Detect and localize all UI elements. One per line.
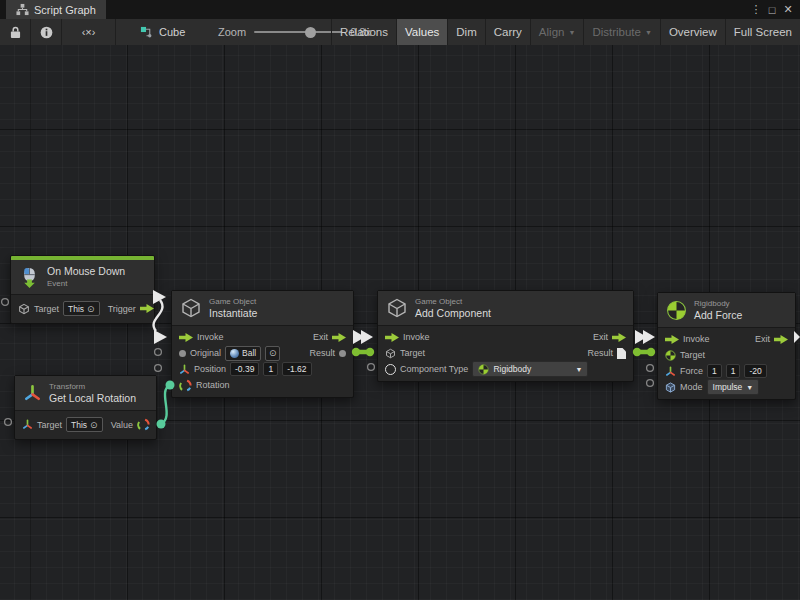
tab-bar: Script Graph ⋮ □ ✕ xyxy=(0,0,800,19)
node-title: Get Local Rotation xyxy=(49,392,136,405)
port-label-exit: Exit xyxy=(313,332,328,342)
exit-output-port[interactable] xyxy=(774,335,788,344)
port-label-result: Result xyxy=(587,348,613,358)
align-dropdown[interactable]: Align ▼ xyxy=(530,19,584,45)
port-label-target: Target xyxy=(37,420,62,430)
exit-output-port[interactable] xyxy=(332,333,346,342)
lock-button[interactable] xyxy=(0,19,31,45)
original-input-port[interactable] xyxy=(179,350,186,357)
force-vector-icon xyxy=(665,366,676,377)
node-get-local-rotation[interactable]: Transform Get Local Rotation Target This… xyxy=(14,375,157,440)
edit-code-button[interactable]: ‹×› xyxy=(62,19,116,45)
port-label-position: Position xyxy=(194,364,226,374)
maximize-icon[interactable]: □ xyxy=(764,4,780,16)
node-on-mouse-down[interactable]: On Mouse Down Event Target This ⊙ Trigge… xyxy=(10,255,155,324)
overview-button[interactable]: Overview xyxy=(660,19,725,45)
force-z-field[interactable]: -20 xyxy=(744,364,766,378)
port-label-invoke: Invoke xyxy=(683,334,710,344)
node-add-force[interactable]: Rigidbody Add Force Invoke Exit Target xyxy=(657,292,796,400)
force-y-field[interactable]: 1 xyxy=(726,364,741,378)
port-label-target: Target xyxy=(400,348,425,358)
tab-title: Script Graph xyxy=(34,4,96,16)
port-label-component-type: Component Type xyxy=(400,364,468,374)
lock-icon xyxy=(10,26,21,39)
node-add-component[interactable]: Game Object Add Component Invoke Exit Ta… xyxy=(377,290,634,382)
carry-button[interactable]: Carry xyxy=(485,19,530,45)
node-category: Game Object xyxy=(209,296,257,307)
node-subtitle: Event xyxy=(47,278,125,289)
close-icon[interactable]: ✕ xyxy=(780,3,796,16)
node-category: Rigidbody xyxy=(694,298,742,309)
ball-prefab-icon xyxy=(230,349,239,358)
port-label-trigger: Trigger xyxy=(108,304,136,314)
values-button[interactable]: Values xyxy=(396,19,447,45)
fullscreen-button[interactable]: Full Screen xyxy=(725,19,800,45)
game-object-icon xyxy=(180,297,202,319)
force-mode-icon xyxy=(665,382,676,393)
port-label-value: Value xyxy=(111,420,133,430)
position-vector-icon xyxy=(179,364,190,375)
result-output-port[interactable] xyxy=(339,350,346,357)
rigidbody-icon xyxy=(666,300,687,321)
port-label-invoke: Invoke xyxy=(197,332,224,342)
graph-hierarchy-icon xyxy=(16,3,29,16)
zoom-label: Zoom xyxy=(218,26,246,38)
rotation-value-port[interactable] xyxy=(137,418,150,431)
distribute-dropdown[interactable]: Distribute ▼ xyxy=(583,19,660,45)
transform-mini-icon xyxy=(22,419,33,430)
chevron-down-icon: ▼ xyxy=(575,366,582,373)
target-input-port[interactable] xyxy=(385,348,396,359)
dim-button[interactable]: Dim xyxy=(447,19,484,45)
code-icon: ‹×› xyxy=(82,26,96,38)
component-type-input-port[interactable] xyxy=(385,364,396,375)
relations-button[interactable]: Relations xyxy=(331,19,396,45)
node-category: Transform xyxy=(49,381,136,392)
node-title: Add Force xyxy=(694,309,742,322)
port-label-mode: Mode xyxy=(680,382,703,392)
component-result-port[interactable] xyxy=(617,348,626,359)
position-z-field[interactable]: -1.62 xyxy=(282,362,311,376)
port-label-exit: Exit xyxy=(593,332,608,342)
port-label-result: Result xyxy=(309,348,335,358)
zoom-slider[interactable] xyxy=(254,31,342,33)
position-y-field[interactable]: 1 xyxy=(263,362,278,376)
target-value-chip[interactable]: This ⊙ xyxy=(63,301,100,316)
zoom-slider-handle[interactable] xyxy=(305,27,316,38)
component-type-dropdown[interactable]: Rigidbody ▼ xyxy=(472,361,588,377)
node-title: On Mouse Down xyxy=(47,265,125,278)
graph-breadcrumb[interactable]: Cube xyxy=(140,19,185,45)
exit-output-port[interactable] xyxy=(612,333,626,342)
script-graph-window: Script Graph ⋮ □ ✕ xyxy=(0,0,800,600)
chevron-down-icon: ▼ xyxy=(568,29,575,36)
object-picker-icon[interactable]: ⊙ xyxy=(87,304,95,314)
node-title: Add Component xyxy=(415,307,491,320)
port-label-target: Target xyxy=(680,350,705,360)
window-menu-icon[interactable]: ⋮ xyxy=(748,3,764,16)
object-picker-icon[interactable]: ⊙ xyxy=(90,420,98,430)
info-icon xyxy=(40,26,53,39)
invoke-input-port[interactable] xyxy=(385,333,399,342)
force-mode-dropdown[interactable]: Impulse ▼ xyxy=(707,379,760,395)
port-label-force: Force xyxy=(680,366,703,376)
port-label-target: Target xyxy=(34,304,59,314)
graph-node-icon xyxy=(140,26,153,39)
object-picker-icon[interactable]: ⊙ xyxy=(265,346,280,361)
rotation-input-port[interactable] xyxy=(179,379,192,392)
target-input-port[interactable] xyxy=(665,350,676,361)
node-instantiate[interactable]: Game Object Instantiate Invoke Exit Orig… xyxy=(171,290,354,398)
trigger-output-port[interactable] xyxy=(140,304,154,313)
force-x-field[interactable]: 1 xyxy=(707,364,722,378)
invoke-input-port[interactable] xyxy=(179,333,193,342)
tab-script-graph[interactable]: Script Graph xyxy=(6,0,106,19)
original-value-chip[interactable]: Ball xyxy=(225,346,261,361)
toolbar: ‹×› Cube Zoom 0.8x Relations Values Dim … xyxy=(0,19,800,46)
node-category: Game Object xyxy=(415,296,491,307)
transform-icon xyxy=(23,384,42,403)
invoke-input-port[interactable] xyxy=(665,335,679,344)
info-button[interactable] xyxy=(31,19,62,45)
target-value-chip[interactable]: This ⊙ xyxy=(66,417,103,432)
game-object-icon xyxy=(386,297,408,319)
graph-name: Cube xyxy=(159,26,185,38)
position-x-field[interactable]: -0.39 xyxy=(230,362,259,376)
port-label-exit: Exit xyxy=(755,334,770,344)
